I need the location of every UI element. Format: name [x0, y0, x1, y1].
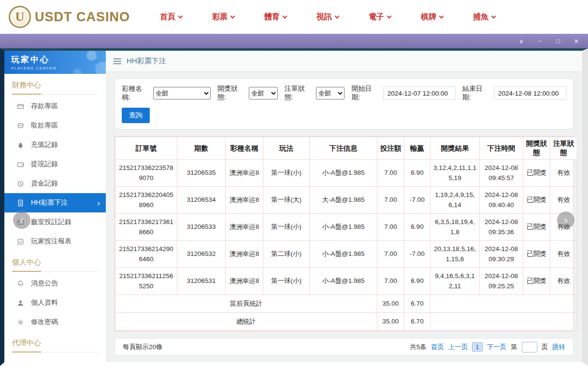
window-close-icon[interactable]: ✕ — [573, 38, 580, 44]
prev-page-link[interactable]: 上一页 — [448, 343, 468, 352]
lottery-select[interactable]: 全部 — [153, 87, 211, 99]
usdt-casino-logo-icon: U — [9, 6, 31, 28]
filter-panel: 彩種名稱: 全部 開獎狀態: 全部 注單狀態: 全部 開始日期: — [115, 78, 574, 129]
table-cell: 澳洲幸运8 — [226, 241, 263, 268]
table-cell: 6,3,5,18,19,4,1,8 — [430, 214, 480, 241]
nav-item-fishing[interactable]: 捕魚 — [473, 12, 495, 22]
summary-bet-total: 35.00 — [377, 295, 404, 313]
sidebar-item-withdraw[interactable]: 取款專區 — [4, 116, 106, 135]
table-cell: 第一球(小) — [263, 268, 310, 295]
jump-label-pre: 第 — [511, 343, 517, 352]
chevron-down-icon — [335, 14, 340, 18]
column-header: 投注額 — [377, 137, 404, 160]
table-cell: 7.00 — [377, 214, 404, 241]
next-page-link[interactable]: 下一页 — [487, 343, 507, 352]
sidebar-item-announcements[interactable]: 消息公告 — [4, 274, 106, 293]
column-header: 輸贏 — [404, 137, 430, 160]
nav-item-lottery[interactable]: 彩票 — [212, 12, 234, 22]
table-cell: 31206534 — [177, 187, 226, 214]
doc-icon — [17, 199, 25, 207]
sidebar-section-title: 財務中心 — [12, 81, 98, 95]
nav-item-cards[interactable]: 棋牌 — [421, 12, 443, 22]
menu-toggle-icon[interactable] — [114, 61, 121, 62]
sidebar-item-label: 修改密碼 — [31, 318, 58, 326]
window-maximize-icon[interactable]: □ — [554, 38, 562, 44]
sidebar-item-fund-records[interactable]: $資金記錄 — [4, 174, 106, 193]
gear-icon — [17, 318, 25, 326]
table-cell: 已開獎 — [523, 268, 550, 295]
window-titlebar: ∨ − □ ✕ — [0, 34, 588, 48]
summary-win-loss-total: 6.70 — [404, 295, 430, 313]
chevron-down-icon — [387, 14, 392, 18]
carousel-next-button[interactable]: › — [557, 211, 574, 229]
app-body: 玩家中心 PLAYERS CENTER 財務中心存款專區取款專區充值記錄提現記錄… — [0, 48, 588, 366]
nav-item-sports[interactable]: 體育 — [264, 12, 287, 22]
table-cell: 第一球(大) — [263, 187, 310, 214]
svg-text:$: $ — [19, 182, 22, 186]
sidebar-item-change-password[interactable]: 修改密碼 — [4, 312, 106, 332]
sidebar-item-deposit[interactable]: 存款專區 — [4, 97, 106, 116]
column-header: 訂單號 — [115, 137, 177, 160]
end-date-input[interactable] — [494, 86, 566, 100]
window-minimize-icon[interactable]: − — [536, 38, 544, 44]
brand-logo[interactable]: U USDT CASINO — [9, 6, 130, 28]
table-footer: 每頁顯示20條 共5条 首页 上一页 1 下一页 第 页 跳转 — [115, 338, 574, 356]
sidebar-header: 玩家中心 PLAYERS CENTER — [4, 51, 106, 74]
table-cell: 澳洲幸运8 — [226, 187, 263, 214]
summary-row: 總統計35.006.70 — [115, 313, 577, 331]
column-header: 注單狀態 — [550, 137, 577, 160]
chevron-down-icon — [491, 14, 496, 18]
coin-icon: $ — [17, 180, 25, 187]
table-cell: 6.90 — [404, 214, 430, 241]
chevron-down-icon — [230, 14, 235, 18]
table-cell: 已開獎 — [523, 214, 550, 241]
table-cell: -7.00 — [404, 187, 430, 214]
first-page-link[interactable]: 首页 — [431, 343, 444, 352]
table-cell: 2024-12-08 09:25:25 — [480, 268, 523, 295]
sidebar-item-label: 存款專區 — [31, 102, 58, 111]
order-status-select[interactable]: 全部 — [316, 87, 344, 99]
nav-item-video[interactable]: 視訊 — [316, 12, 339, 22]
current-page-indicator[interactable]: 1 — [472, 342, 482, 352]
summary-row: 當前頁統計35.006.70 — [115, 295, 577, 313]
chevron-down-icon — [178, 14, 183, 18]
table-cell: 澳洲幸运8 — [226, 268, 263, 295]
summary-win-loss-total: 6.70 — [404, 313, 430, 331]
column-header: 開獎結果 — [430, 137, 480, 160]
sidebar-item-label: 廳室投註記錄 — [31, 218, 72, 226]
table-cell: 20,13,18,5,16,1,15,6 — [430, 241, 480, 268]
table-cell: 有效 — [550, 187, 577, 214]
nav-item-label: 捕魚 — [473, 12, 488, 22]
draw-status-filter-label: 開獎狀態: — [217, 84, 246, 102]
sidebar-item-profile[interactable]: 個人資料 — [4, 293, 106, 312]
column-header: 玩法 — [263, 137, 310, 160]
table-cell: 2024-12-08 09:40:40 — [480, 187, 523, 214]
table-cell: 已開獎 — [523, 187, 550, 214]
drop-icon — [17, 141, 25, 149]
end-date-label: 結束日期: — [462, 84, 491, 102]
sidebar-item-recharge-records[interactable]: 充值記錄 — [4, 135, 106, 155]
page-jump-input[interactable] — [522, 342, 537, 352]
draw-status-select[interactable]: 全部 — [249, 87, 277, 99]
content-area: 彩種名稱: 全部 開獎狀態: 全部 注單狀態: 全部 開始日期: — [106, 72, 582, 362]
sidebar-item-label: 玩家投注報表 — [31, 237, 72, 246]
chevron-right-icon: › — [97, 199, 100, 207]
table-row: 215217336211256525031206531澳洲幸运8第一球(小)小-… — [115, 268, 577, 295]
column-header: 彩種名稱 — [226, 137, 263, 160]
sidebar-item-player-bet-report[interactable]: 玩家投注報表 — [4, 232, 106, 251]
nav-item-electronic[interactable]: 電子 — [369, 12, 391, 22]
start-date-input[interactable] — [383, 86, 456, 100]
column-header: 期數 — [177, 137, 226, 160]
jump-button[interactable]: 跳转 — [552, 343, 565, 352]
table-header-row: 訂單號期數彩種名稱玩法下注信息投注額輸贏開獎結果下注時間開獎狀態注單狀態 — [115, 137, 577, 160]
bets-table-panel: 訂單號期數彩種名稱玩法下注信息投注額輸贏開獎結果下注時間開獎狀態注單狀態 215… — [115, 136, 574, 331]
search-button[interactable]: 查詢 — [122, 108, 150, 123]
sidebar-item-withdrawal-records[interactable]: 提現記錄 — [4, 155, 106, 174]
sidebar-item-hh-lottery-bets[interactable]: HH彩票下注› — [4, 193, 106, 212]
card-icon — [17, 102, 25, 110]
carousel-prev-button[interactable]: ‹ — [13, 211, 30, 229]
table-cell: 有效 — [550, 160, 577, 187]
window-restore-icon[interactable]: ∨ — [517, 38, 525, 44]
sidebar-item-label: 資金記錄 — [31, 179, 58, 188]
nav-item-home[interactable]: 首頁 — [160, 12, 182, 22]
